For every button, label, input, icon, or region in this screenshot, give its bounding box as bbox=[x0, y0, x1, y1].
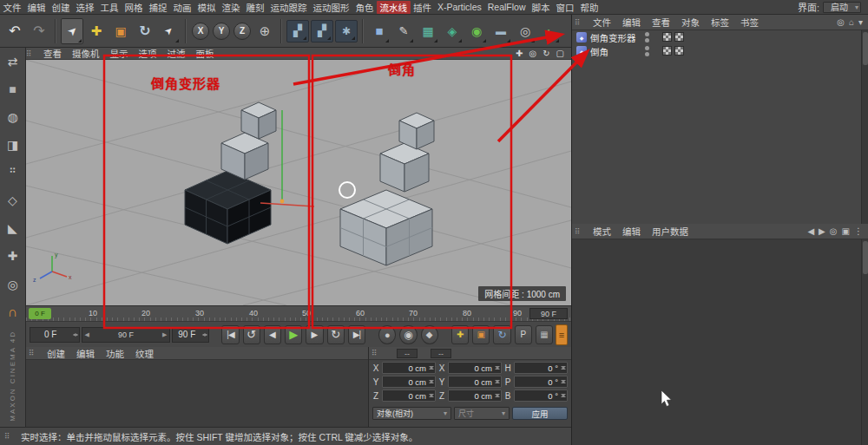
lock-z-button[interactable]: Z bbox=[233, 23, 251, 40]
render-view-button[interactable] bbox=[286, 20, 309, 43]
rotation-b-field[interactable]: 0 ° bbox=[514, 389, 568, 402]
render-to-picture-viewer-button[interactable] bbox=[311, 20, 333, 43]
coordinate-system-button[interactable] bbox=[253, 18, 276, 44]
record-scale-toggle[interactable] bbox=[472, 325, 490, 344]
go-to-end-button[interactable] bbox=[348, 325, 365, 344]
lock-x-button[interactable]: X bbox=[192, 23, 209, 40]
snapping-icon[interactable] bbox=[3, 303, 23, 321]
toggle-view-icon[interactable]: ▢ bbox=[556, 49, 564, 58]
next-frame-button[interactable] bbox=[306, 325, 323, 344]
viewport-canvas[interactable]: y x z 网格间距 : 1000 cm bbox=[26, 60, 571, 305]
record-parameter-toggle[interactable]: P bbox=[515, 325, 532, 344]
zoom-view-icon[interactable]: ◎ bbox=[529, 49, 536, 58]
material-menu-edit[interactable]: 编辑 bbox=[71, 347, 100, 360]
mograph-button[interactable] bbox=[441, 18, 464, 44]
autokey-button[interactable] bbox=[399, 325, 417, 344]
pen-spline-button[interactable] bbox=[392, 18, 415, 44]
om-menu-objects[interactable]: 对象 bbox=[676, 16, 705, 29]
panel-menu-icon[interactable] bbox=[4, 432, 15, 441]
tag-icon[interactable] bbox=[674, 32, 684, 42]
history-back-icon[interactable]: ◀ bbox=[807, 226, 814, 236]
texture-mode-icon[interactable] bbox=[3, 108, 23, 126]
lock-icon[interactable]: ▣ bbox=[842, 226, 850, 236]
record-pla-toggle[interactable] bbox=[536, 325, 553, 344]
render-settings-button[interactable] bbox=[335, 20, 358, 43]
filter-icon[interactable]: ▾ bbox=[858, 17, 863, 27]
menu-icon[interactable]: ⋮ bbox=[854, 226, 863, 236]
position-y-field[interactable]: 0 cm bbox=[382, 376, 436, 388]
size-y-field[interactable]: 0 cm bbox=[448, 376, 502, 388]
lock-y-button[interactable]: Y bbox=[213, 23, 230, 40]
viewport-menu-panel[interactable]: 面板 bbox=[191, 47, 220, 60]
om-menu-edit[interactable]: 编辑 bbox=[617, 16, 646, 29]
polygons-mode-icon[interactable] bbox=[3, 219, 23, 238]
tag-icon[interactable] bbox=[674, 46, 684, 56]
viewport-menu-filter[interactable]: 过滤 bbox=[162, 47, 191, 60]
size-mode-dropdown[interactable]: 尺寸 bbox=[454, 407, 510, 420]
rotate-tool[interactable] bbox=[134, 18, 156, 44]
timeline-ruler[interactable]: 0 F 10 20 30 40 50 60 70 80 90 90 F bbox=[26, 305, 571, 321]
menu-realflow[interactable]: RealFlow bbox=[484, 2, 529, 12]
menu-tools[interactable]: 工具 bbox=[97, 1, 122, 14]
menu-pipeline[interactable]: 流水线 bbox=[377, 1, 411, 14]
rotation-p-field[interactable]: 0 ° bbox=[514, 376, 568, 388]
menu-animate[interactable]: 动画 bbox=[170, 1, 194, 14]
menu-help[interactable]: 帮助 bbox=[577, 1, 602, 14]
menu-motion-tracker[interactable]: 运动跟踪 bbox=[267, 1, 310, 14]
record-rotation-toggle[interactable] bbox=[493, 325, 510, 344]
end-frame-field[interactable]: 90 F bbox=[529, 308, 568, 319]
viewport-menu-display[interactable]: 显示 bbox=[105, 47, 134, 60]
scrollbar[interactable] bbox=[861, 239, 868, 445]
rotation-h-field[interactable]: 0 ° bbox=[514, 362, 568, 374]
menu-select[interactable]: 选择 bbox=[73, 1, 97, 14]
viewport-menu-options[interactable]: 选项 bbox=[134, 47, 162, 60]
menu-plugins[interactable]: 插件 bbox=[411, 1, 435, 14]
am-menu-mode[interactable]: 模式 bbox=[588, 225, 616, 238]
previous-key-button[interactable] bbox=[243, 325, 260, 344]
panel-menu-icon[interactable] bbox=[575, 18, 585, 27]
position-x-field[interactable]: 0 cm bbox=[382, 362, 436, 374]
deformer-state-icon[interactable] bbox=[662, 46, 672, 56]
keyframe-selection-button[interactable] bbox=[421, 325, 438, 344]
visibility-toggles[interactable] bbox=[645, 46, 649, 56]
edges-mode-icon[interactable] bbox=[3, 192, 23, 210]
position-z-field[interactable]: 0 cm bbox=[382, 389, 436, 402]
apply-button[interactable]: 应用 bbox=[512, 407, 568, 420]
play-button[interactable] bbox=[285, 325, 302, 344]
panel-menu-icon[interactable] bbox=[372, 349, 382, 357]
undo-button[interactable] bbox=[3, 18, 26, 44]
coordinate-mode-dropdown[interactable]: 对象(相对) bbox=[372, 407, 451, 420]
add-cube-button[interactable] bbox=[368, 18, 391, 44]
menu-edit[interactable]: 编辑 bbox=[24, 1, 49, 14]
enable-axis-icon[interactable] bbox=[3, 247, 23, 265]
rotate-view-icon[interactable]: ↻ bbox=[542, 49, 549, 58]
material-menu-create[interactable]: 创建 bbox=[42, 347, 70, 360]
last-tool-button[interactable] bbox=[158, 18, 181, 44]
points-mode-icon[interactable] bbox=[3, 164, 23, 182]
scrollbar[interactable] bbox=[861, 30, 868, 224]
menu-simulate[interactable]: 模拟 bbox=[194, 1, 219, 14]
search-icon[interactable]: ◎ bbox=[830, 226, 838, 236]
make-editable-icon[interactable] bbox=[3, 52, 23, 70]
scale-tool[interactable] bbox=[109, 18, 132, 44]
viewport-menu-view[interactable]: 查看 bbox=[38, 47, 67, 60]
menu-xparticles[interactable]: X-Particles bbox=[435, 2, 485, 12]
floor-button[interactable] bbox=[490, 18, 512, 44]
viewport-menu-cameras[interactable]: 摄像机 bbox=[67, 47, 105, 60]
interface-dropdown[interactable]: 启动 bbox=[823, 2, 861, 13]
record-position-toggle[interactable] bbox=[451, 325, 469, 344]
size-z-field[interactable]: 0 cm bbox=[448, 389, 502, 402]
om-menu-tags[interactable]: 标签 bbox=[706, 16, 734, 29]
environment-button[interactable] bbox=[538, 18, 561, 44]
menu-file[interactable]: 文件 bbox=[0, 1, 24, 14]
am-menu-edit[interactable]: 编辑 bbox=[617, 225, 646, 238]
current-frame-field[interactable]: 0 F bbox=[30, 327, 80, 343]
redo-button[interactable] bbox=[28, 18, 50, 44]
visibility-toggles[interactable] bbox=[645, 32, 649, 43]
home-icon[interactable]: ⌂ bbox=[849, 17, 854, 27]
next-key-button[interactable] bbox=[327, 325, 345, 344]
menu-mesh[interactable]: 网格 bbox=[122, 1, 146, 14]
model-mode-icon[interactable] bbox=[3, 80, 23, 98]
panel-menu-icon[interactable] bbox=[29, 349, 39, 357]
viewport-solo-icon[interactable] bbox=[3, 275, 23, 293]
